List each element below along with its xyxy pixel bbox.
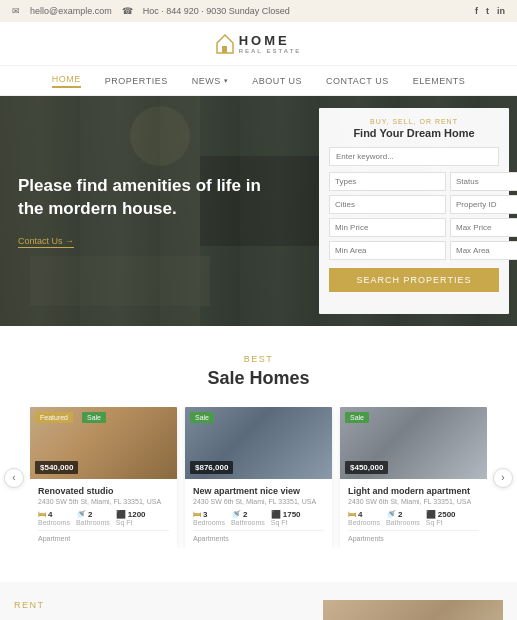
nav-news[interactable]: NEWS ▾: [192, 76, 229, 86]
area-stat-1: ⬛ 1200 Sq Ft: [116, 510, 146, 526]
hero-contact-link[interactable]: Contact Us →: [18, 236, 74, 248]
beds-stat-1: 🛏 4 Bedrooms: [38, 510, 70, 526]
min-area-input[interactable]: [329, 241, 446, 260]
bath-icon: 🚿: [76, 510, 86, 519]
bath-icon-2: 🚿: [231, 510, 241, 519]
top-bar-email: hello@example.com: [30, 6, 112, 16]
sale-badge-3: Sale: [345, 412, 369, 423]
hero-section: Please find amenities of life in the mor…: [0, 96, 517, 326]
beds-stat-2: 🛏 3 Bedrooms: [193, 510, 225, 526]
best-section: BEST Sale Homes ‹ Featured Sale $540,000…: [0, 354, 517, 582]
card-price-1: $540,000: [35, 461, 78, 474]
best-label: BEST: [0, 354, 517, 364]
card-price-3: $450,000: [345, 461, 388, 474]
svg-rect-1: [222, 46, 227, 53]
nav-about[interactable]: ABOUT US: [252, 76, 302, 86]
keyword-input[interactable]: [329, 147, 499, 166]
card-title-1: Renovated studio: [38, 486, 169, 496]
card-title-2: New apartment nice view: [193, 486, 324, 496]
area-icon-3: ⬛: [426, 510, 436, 519]
card-image-1: Featured Sale $540,000: [30, 407, 177, 479]
baths-stat-2: 🚿 2 Bathrooms: [231, 510, 265, 526]
search-row-2: [329, 195, 499, 214]
baths-label-3: Bathrooms: [386, 519, 420, 526]
min-price-input[interactable]: [329, 218, 446, 237]
card-image-3: Sale $450,000: [340, 407, 487, 479]
card-address-2: 2430 SW 6th St, Miami, FL 33351, USA: [193, 498, 324, 505]
card-body-2: New apartment nice view 2430 SW 6th St, …: [185, 479, 332, 548]
hero-content: Please find amenities of life in the mor…: [0, 155, 284, 267]
area-label-3: Sq Ft: [426, 519, 443, 526]
card-type-1: Apartment: [38, 530, 169, 542]
baths-value-2: 🚿 2: [231, 510, 247, 519]
nav-home[interactable]: HOME: [52, 74, 81, 88]
baths-label-2: Bathrooms: [231, 519, 265, 526]
card-type-3: Apartments: [348, 530, 479, 542]
area-value-2: ⬛ 1750: [271, 510, 301, 519]
max-area-input[interactable]: [450, 241, 517, 260]
search-properties-button[interactable]: Search Properties: [329, 268, 499, 292]
baths-stat-3: 🚿 2 Bathrooms: [386, 510, 420, 526]
property-id-input[interactable]: [450, 195, 517, 214]
top-bar: ✉ hello@example.com ☎ Hoc · 844 920 · 90…: [0, 0, 517, 22]
nav-elements[interactable]: ELEMENTS: [413, 76, 466, 86]
navigation: HOME PROPERTIES NEWS ▾ ABOUT US CONTACT …: [0, 66, 517, 96]
bath-icon-3: 🚿: [386, 510, 396, 519]
card-type-2: Apartments: [193, 530, 324, 542]
email-icon: ✉: [12, 6, 20, 16]
best-title: Sale Homes: [0, 368, 517, 389]
sale-badge-2: Sale: [190, 412, 214, 423]
nav-properties[interactable]: PROPERTIES: [105, 76, 168, 86]
area-label: Sq Ft: [116, 519, 133, 526]
nav-contact[interactable]: CONTACT US: [326, 76, 389, 86]
header: HOME REAL ESTATE: [0, 22, 517, 66]
property-card: Featured Sale $540,000 Renovated studio …: [30, 407, 177, 548]
search-row-4: [329, 241, 499, 260]
card-stats-3: 🛏 4 Bedrooms 🚿 2 Bathrooms: [348, 510, 479, 526]
search-row-3: [329, 218, 499, 237]
area-stat-3: ⬛ 2500 Sq Ft: [426, 510, 456, 526]
beds-value-1: 🛏 4: [38, 510, 52, 519]
area-stat-2: ⬛ 1750 Sq Ft: [271, 510, 301, 526]
baths-value-1: 🚿 2: [76, 510, 92, 519]
chevron-down-icon: ▾: [224, 77, 229, 85]
carousel-next-button[interactable]: ›: [493, 468, 513, 488]
carousel-prev-button[interactable]: ‹: [4, 468, 24, 488]
top-bar-social: f t in: [475, 6, 505, 16]
linkedin-icon[interactable]: in: [497, 6, 505, 16]
max-price-input[interactable]: [450, 218, 517, 237]
card-image-2: Sale $876,000: [185, 407, 332, 479]
phone-icon: ☎: [122, 6, 133, 16]
search-panel-subtitle: BUY, SELL, OR RENT: [329, 118, 499, 125]
rent-section-image: [323, 600, 503, 620]
area-value-1: ⬛ 1200: [116, 510, 146, 519]
card-stats-1: 🛏 4 Bedrooms 🚿 2 Bathrooms: [38, 510, 169, 526]
baths-label: Bathrooms: [76, 519, 110, 526]
area-icon: ⬛: [116, 510, 126, 519]
logo[interactable]: HOME REAL ESTATE: [216, 33, 302, 54]
baths-value-3: 🚿 2: [386, 510, 402, 519]
cities-input[interactable]: [329, 195, 446, 214]
sale-badge-1: Sale: [82, 412, 106, 423]
bed-icon: 🛏: [38, 510, 46, 519]
search-row-1: [329, 172, 499, 191]
rent-label: RENT: [14, 600, 45, 610]
card-body-3: Light and modern apartment 2430 SW 6th S…: [340, 479, 487, 548]
rent-section: RENT: [0, 582, 517, 620]
card-address-3: 2430 SW 6th St, Miami, FL 33351, USA: [348, 498, 479, 505]
property-card-3: Sale $450,000 Light and modern apartment…: [340, 407, 487, 548]
bed-icon-3: 🛏: [348, 510, 356, 519]
twitter-icon[interactable]: t: [486, 6, 489, 16]
facebook-icon[interactable]: f: [475, 6, 478, 16]
card-body-1: Renovated studio 2430 SW 5th St, Miami, …: [30, 479, 177, 548]
status-input[interactable]: [450, 172, 517, 191]
baths-stat-1: 🚿 2 Bathrooms: [76, 510, 110, 526]
beds-value-2: 🛏 3: [193, 510, 207, 519]
cards-row: Featured Sale $540,000 Renovated studio …: [30, 407, 487, 548]
hero-title: Please find amenities of life in the mor…: [18, 175, 266, 221]
card-title-3: Light and modern apartment: [348, 486, 479, 496]
logo-icon: [216, 34, 234, 54]
type-input[interactable]: [329, 172, 446, 191]
properties-carousel: ‹ Featured Sale $540,000 Renovated studi…: [0, 407, 517, 548]
logo-text: HOME: [239, 33, 302, 48]
